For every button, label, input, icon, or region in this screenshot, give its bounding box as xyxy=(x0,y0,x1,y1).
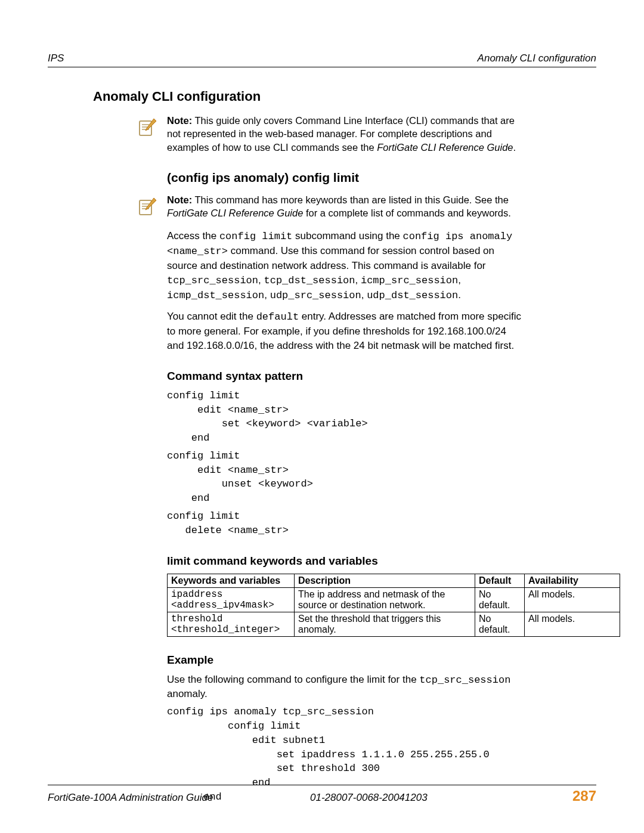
svg-rect-4 xyxy=(140,200,151,215)
note-icon xyxy=(136,194,160,218)
th-default: Default xyxy=(475,574,525,587)
table-row: threshold <threshold_integer> Set the th… xyxy=(168,612,620,636)
keywords-heading: limit command keywords and variables xyxy=(167,555,596,568)
subheading-config-limit: (config ips anomaly) config limit xyxy=(167,171,596,185)
td-avail: All models. xyxy=(525,612,620,636)
td-default: No default. xyxy=(475,587,525,612)
page-number: 287 xyxy=(572,788,596,804)
page: IPS Anomaly CLI configuration Anomaly CL… xyxy=(0,0,644,833)
syntax-heading: Command syntax pattern xyxy=(167,370,596,383)
note-block: Note: This guide only covers Command Lin… xyxy=(136,114,525,154)
note-text: Note: This guide only covers Command Lin… xyxy=(167,114,525,154)
page-footer: FortiGate-100A Administration Guide 01-2… xyxy=(48,785,596,804)
svg-rect-0 xyxy=(140,121,151,135)
access-paragraph: Access the config limit subcommand using… xyxy=(167,229,525,302)
note-icon xyxy=(136,115,160,139)
note-text: Note: This command has more keywords tha… xyxy=(167,193,525,220)
section-title: Anomaly CLI configuration xyxy=(93,89,596,104)
td-default: No default. xyxy=(475,612,525,636)
syntax-block-3: config limit delete <name_str> xyxy=(167,509,596,538)
page-header: IPS Anomaly CLI configuration xyxy=(48,52,596,67)
th-keywords: Keywords and variables xyxy=(168,574,295,587)
note-block: Note: This command has more keywords tha… xyxy=(136,193,525,220)
table-row: ipaddress <address_ipv4mask> The ip addr… xyxy=(168,587,620,612)
th-availability: Availability xyxy=(525,574,620,587)
td-avail: All models. xyxy=(525,587,620,612)
syntax-block-1: config limit edit <name_str> set <keywor… xyxy=(167,389,596,445)
note-label: Note: xyxy=(167,115,192,126)
header-left: IPS xyxy=(48,52,64,64)
syntax-block-2: config limit edit <name_str> unset <keyw… xyxy=(167,449,596,506)
header-right: Anomaly CLI configuration xyxy=(478,52,596,64)
example-paragraph: Use the following command to configure t… xyxy=(167,673,525,702)
th-description: Description xyxy=(295,574,475,587)
td-desc: The ip address and netmask of the source… xyxy=(295,587,475,612)
td-keyword: ipaddress <address_ipv4mask> xyxy=(168,587,295,612)
td-desc: Set the threshold that triggers this ano… xyxy=(295,612,475,636)
cannot-edit-paragraph: You cannot edit the default entry. Addre… xyxy=(167,309,525,352)
table-header-row: Keywords and variables Description Defau… xyxy=(168,574,620,587)
note-label: Note: xyxy=(167,194,192,205)
example-heading: Example xyxy=(167,654,596,667)
td-keyword: threshold <threshold_integer> xyxy=(168,612,295,636)
footer-mid: 01-28007-0068-20041203 xyxy=(310,792,572,804)
keywords-table: Keywords and variables Description Defau… xyxy=(167,574,620,637)
footer-left: FortiGate-100A Administration Guide xyxy=(48,792,310,804)
